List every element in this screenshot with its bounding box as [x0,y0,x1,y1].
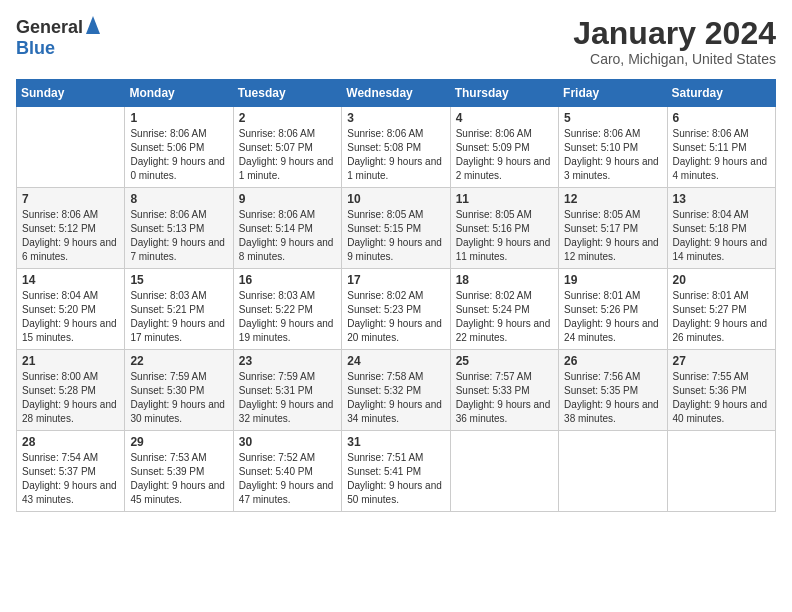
calendar-cell: 27Sunrise: 7:55 AMSunset: 5:36 PMDayligh… [667,350,775,431]
day-number: 31 [347,435,444,449]
month-year-title: January 2024 [573,16,776,51]
day-detail: Sunrise: 8:03 AMSunset: 5:21 PMDaylight:… [130,289,227,345]
page-header: General Blue January 2024 Caro, Michigan… [16,16,776,67]
col-header-sunday: Sunday [17,80,125,107]
day-number: 9 [239,192,336,206]
calendar-cell: 28Sunrise: 7:54 AMSunset: 5:37 PMDayligh… [17,431,125,512]
day-detail: Sunrise: 8:02 AMSunset: 5:24 PMDaylight:… [456,289,553,345]
day-number: 8 [130,192,227,206]
day-number: 5 [564,111,661,125]
day-detail: Sunrise: 7:56 AMSunset: 5:35 PMDaylight:… [564,370,661,426]
day-number: 16 [239,273,336,287]
logo-blue: Blue [16,38,55,58]
calendar-cell: 7Sunrise: 8:06 AMSunset: 5:12 PMDaylight… [17,188,125,269]
day-number: 22 [130,354,227,368]
calendar-cell: 9Sunrise: 8:06 AMSunset: 5:14 PMDaylight… [233,188,341,269]
day-number: 21 [22,354,119,368]
calendar-cell [450,431,558,512]
logo-triangle [86,16,100,38]
col-header-monday: Monday [125,80,233,107]
calendar-cell: 18Sunrise: 8:02 AMSunset: 5:24 PMDayligh… [450,269,558,350]
day-number: 18 [456,273,553,287]
day-detail: Sunrise: 7:52 AMSunset: 5:40 PMDaylight:… [239,451,336,507]
day-number: 19 [564,273,661,287]
calendar-cell [667,431,775,512]
day-detail: Sunrise: 8:06 AMSunset: 5:13 PMDaylight:… [130,208,227,264]
day-detail: Sunrise: 8:06 AMSunset: 5:10 PMDaylight:… [564,127,661,183]
calendar-title: January 2024 Caro, Michigan, United Stat… [573,16,776,67]
day-number: 17 [347,273,444,287]
calendar-cell: 14Sunrise: 8:04 AMSunset: 5:20 PMDayligh… [17,269,125,350]
calendar-cell [559,431,667,512]
day-detail: Sunrise: 8:05 AMSunset: 5:17 PMDaylight:… [564,208,661,264]
day-number: 2 [239,111,336,125]
day-number: 28 [22,435,119,449]
col-header-thursday: Thursday [450,80,558,107]
day-number: 13 [673,192,770,206]
day-detail: Sunrise: 8:06 AMSunset: 5:14 PMDaylight:… [239,208,336,264]
day-detail: Sunrise: 8:06 AMSunset: 5:12 PMDaylight:… [22,208,119,264]
calendar-cell: 13Sunrise: 8:04 AMSunset: 5:18 PMDayligh… [667,188,775,269]
col-header-friday: Friday [559,80,667,107]
calendar-cell: 21Sunrise: 8:00 AMSunset: 5:28 PMDayligh… [17,350,125,431]
calendar-cell: 11Sunrise: 8:05 AMSunset: 5:16 PMDayligh… [450,188,558,269]
col-header-tuesday: Tuesday [233,80,341,107]
calendar-table: SundayMondayTuesdayWednesdayThursdayFrid… [16,79,776,512]
calendar-cell: 16Sunrise: 8:03 AMSunset: 5:22 PMDayligh… [233,269,341,350]
location-title: Caro, Michigan, United States [573,51,776,67]
day-number: 30 [239,435,336,449]
calendar-cell: 4Sunrise: 8:06 AMSunset: 5:09 PMDaylight… [450,107,558,188]
calendar-cell: 30Sunrise: 7:52 AMSunset: 5:40 PMDayligh… [233,431,341,512]
day-detail: Sunrise: 8:06 AMSunset: 5:08 PMDaylight:… [347,127,444,183]
day-detail: Sunrise: 7:58 AMSunset: 5:32 PMDaylight:… [347,370,444,426]
day-number: 27 [673,354,770,368]
calendar-cell: 6Sunrise: 8:06 AMSunset: 5:11 PMDaylight… [667,107,775,188]
day-detail: Sunrise: 8:05 AMSunset: 5:16 PMDaylight:… [456,208,553,264]
day-detail: Sunrise: 7:59 AMSunset: 5:31 PMDaylight:… [239,370,336,426]
day-detail: Sunrise: 7:55 AMSunset: 5:36 PMDaylight:… [673,370,770,426]
calendar-cell: 26Sunrise: 7:56 AMSunset: 5:35 PMDayligh… [559,350,667,431]
day-detail: Sunrise: 8:04 AMSunset: 5:18 PMDaylight:… [673,208,770,264]
day-number: 29 [130,435,227,449]
day-number: 4 [456,111,553,125]
day-number: 24 [347,354,444,368]
calendar-cell: 24Sunrise: 7:58 AMSunset: 5:32 PMDayligh… [342,350,450,431]
day-detail: Sunrise: 8:00 AMSunset: 5:28 PMDaylight:… [22,370,119,426]
svg-marker-0 [86,16,100,34]
day-number: 15 [130,273,227,287]
logo: General Blue [16,16,100,59]
day-number: 11 [456,192,553,206]
calendar-week-row: 1Sunrise: 8:06 AMSunset: 5:06 PMDaylight… [17,107,776,188]
day-detail: Sunrise: 8:06 AMSunset: 5:11 PMDaylight:… [673,127,770,183]
calendar-cell: 19Sunrise: 8:01 AMSunset: 5:26 PMDayligh… [559,269,667,350]
day-number: 10 [347,192,444,206]
calendar-cell: 12Sunrise: 8:05 AMSunset: 5:17 PMDayligh… [559,188,667,269]
day-number: 14 [22,273,119,287]
calendar-cell: 22Sunrise: 7:59 AMSunset: 5:30 PMDayligh… [125,350,233,431]
day-detail: Sunrise: 7:54 AMSunset: 5:37 PMDaylight:… [22,451,119,507]
day-detail: Sunrise: 8:06 AMSunset: 5:07 PMDaylight:… [239,127,336,183]
day-number: 26 [564,354,661,368]
calendar-cell: 17Sunrise: 8:02 AMSunset: 5:23 PMDayligh… [342,269,450,350]
calendar-cell [17,107,125,188]
day-detail: Sunrise: 8:02 AMSunset: 5:23 PMDaylight:… [347,289,444,345]
calendar-cell: 8Sunrise: 8:06 AMSunset: 5:13 PMDaylight… [125,188,233,269]
calendar-cell: 29Sunrise: 7:53 AMSunset: 5:39 PMDayligh… [125,431,233,512]
calendar-cell: 23Sunrise: 7:59 AMSunset: 5:31 PMDayligh… [233,350,341,431]
day-number: 20 [673,273,770,287]
day-detail: Sunrise: 8:04 AMSunset: 5:20 PMDaylight:… [22,289,119,345]
day-detail: Sunrise: 8:06 AMSunset: 5:09 PMDaylight:… [456,127,553,183]
day-number: 12 [564,192,661,206]
calendar-week-row: 7Sunrise: 8:06 AMSunset: 5:12 PMDaylight… [17,188,776,269]
day-detail: Sunrise: 8:05 AMSunset: 5:15 PMDaylight:… [347,208,444,264]
day-number: 23 [239,354,336,368]
calendar-week-row: 21Sunrise: 8:00 AMSunset: 5:28 PMDayligh… [17,350,776,431]
calendar-cell: 15Sunrise: 8:03 AMSunset: 5:21 PMDayligh… [125,269,233,350]
col-header-saturday: Saturday [667,80,775,107]
day-detail: Sunrise: 7:53 AMSunset: 5:39 PMDaylight:… [130,451,227,507]
day-detail: Sunrise: 8:01 AMSunset: 5:26 PMDaylight:… [564,289,661,345]
day-detail: Sunrise: 8:03 AMSunset: 5:22 PMDaylight:… [239,289,336,345]
day-detail: Sunrise: 7:59 AMSunset: 5:30 PMDaylight:… [130,370,227,426]
calendar-cell: 31Sunrise: 7:51 AMSunset: 5:41 PMDayligh… [342,431,450,512]
calendar-cell: 20Sunrise: 8:01 AMSunset: 5:27 PMDayligh… [667,269,775,350]
